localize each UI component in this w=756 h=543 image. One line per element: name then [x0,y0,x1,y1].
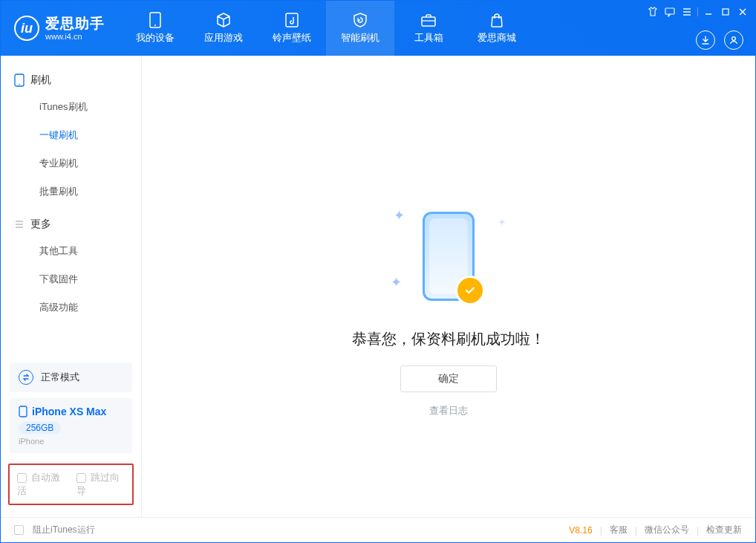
sidebar-item-itunes-flash[interactable]: iTunes刷机 [1,93,141,121]
body: 刷机 iTunes刷机 一键刷机 专业刷机 批量刷机 更多 其他工具 下载固件 … [1,56,755,517]
success-illustration: ✦ ✦ ✦ [404,204,493,308]
header: iu 爱思助手 www.i4.cn 我的设备 应用游戏 [1,1,755,56]
checkbox-auto-activate[interactable]: 自动激活 [17,471,66,498]
maximize-button[interactable] [719,5,732,19]
wechat-link[interactable]: 微信公众号 [645,524,689,536]
divider: | [697,525,699,536]
phone-icon [19,406,27,417]
logo-title: 爱思助手 [45,16,105,32]
tab-label: 工具箱 [414,31,443,45]
tab-smart-flash[interactable]: 智能刷机 [326,1,394,56]
statusbar: 阻止iTunes运行 V8.16 | 客服 | 微信公众号 | 检查更新 [1,517,755,542]
logo: iu 爱思助手 www.i4.cn [1,1,121,56]
svg-point-6 [732,37,736,41]
sidebar-item-download-firmware[interactable]: 下载固件 [1,265,141,293]
cube-icon [215,12,232,28]
view-log-link[interactable]: 查看日志 [429,404,468,417]
tab-label: 铃声壁纸 [273,31,311,45]
sidebar-group-flash: 刷机 [1,62,141,93]
tab-label: 我的设备 [136,31,175,45]
device-icon [146,12,164,28]
sidebar-group-title: 更多 [30,218,51,231]
version-label: V8.16 [569,525,592,536]
logo-icon: iu [14,16,39,41]
svg-point-1 [154,25,156,26]
tab-label: 应用游戏 [204,31,243,45]
checkbox-icon [17,473,27,483]
account-icon[interactable] [724,30,743,50]
shopping-bag-icon [488,12,506,28]
swap-icon [19,370,33,385]
download-icon[interactable] [696,30,715,50]
sidebar-bottom: 正常模式 iPhone XS Max 256GB iPhone 自动激活 跳 [1,357,141,517]
check-update-link[interactable]: 检查更新 [706,524,742,536]
svg-rect-5 [723,9,729,15]
phone-illustration [423,212,475,301]
checkbox-skip-guide[interactable]: 跳过向导 [76,471,126,498]
svg-rect-4 [665,8,674,14]
divider: | [635,525,637,536]
shirt-icon[interactable] [646,5,659,19]
sidebar-item-advanced[interactable]: 高级功能 [1,293,141,322]
window-controls [646,5,749,19]
logo-text: 爱思助手 www.i4.cn [45,16,105,41]
statusbar-right: V8.16 | 客服 | 微信公众号 | 检查更新 [569,524,742,536]
sparkle-icon: ✦ [394,207,405,224]
nav-tabs: 我的设备 应用游戏 铃声壁纸 智能刷机 [121,1,531,56]
success-message: 恭喜您，保资料刷机成功啦！ [352,329,545,349]
minimize-button[interactable] [702,5,715,19]
sidebar-item-oneclick-flash[interactable]: 一键刷机 [1,121,141,149]
shield-refresh-icon [351,12,369,28]
support-link[interactable]: 客服 [610,524,628,536]
checkbox-block-itunes[interactable]: 阻止iTunes运行 [14,524,95,536]
tab-label: 爱思商城 [478,31,516,45]
tab-toolbox[interactable]: 工具箱 [394,1,463,56]
tab-store[interactable]: 爱思商城 [463,1,531,56]
main: ✦ ✦ ✦ 恭喜您，保资料刷机成功啦！ 确定 查看日志 [142,56,755,517]
confirm-button[interactable]: 确定 [400,365,497,392]
toolbox-icon [420,12,437,28]
sidebar-group-title: 刷机 [30,74,51,87]
device-capacity: 256GB [19,422,61,434]
svg-rect-9 [19,406,27,417]
checkbox-icon [14,525,24,535]
check-badge-icon [457,278,483,303]
sidebar-item-batch-flash[interactable]: 批量刷机 [1,178,141,206]
tab-apps-games[interactable]: 应用游戏 [189,1,258,56]
divider: | [600,525,602,536]
tab-label: 智能刷机 [341,31,379,45]
menu-icon[interactable] [680,5,694,19]
close-button[interactable] [736,5,749,19]
mode-box[interactable]: 正常模式 [10,362,132,392]
sidebar: 刷机 iTunes刷机 一键刷机 专业刷机 批量刷机 更多 其他工具 下载固件 … [1,56,142,517]
svg-point-8 [19,84,20,85]
header-account-area [696,30,743,50]
device-box[interactable]: iPhone XS Max 256GB iPhone [10,398,132,453]
feedback-icon[interactable] [663,5,677,19]
device-subtype: iPhone [19,437,123,446]
sidebar-item-other-tools[interactable]: 其他工具 [1,237,141,265]
tab-ringtones-wallpapers[interactable]: 铃声壁纸 [258,1,326,56]
svg-rect-2 [286,13,298,27]
music-icon [283,12,301,28]
mode-label: 正常模式 [41,371,79,384]
logo-subtitle: www.i4.cn [45,32,105,42]
svg-rect-3 [422,17,435,26]
device-name-row: iPhone XS Max [19,406,123,417]
checkbox-icon [76,473,86,483]
phone-icon [14,74,25,87]
highlighted-options: 自动激活 跳过向导 [8,464,134,505]
divider [697,7,698,16]
app-window: iu 爱思助手 www.i4.cn 我的设备 应用游戏 [0,0,756,543]
tab-my-device[interactable]: 我的设备 [121,1,189,56]
list-icon [14,219,25,230]
sparkle-icon: ✦ [391,274,402,290]
device-name: iPhone XS Max [32,406,106,417]
sparkle-icon: ✦ [498,216,506,228]
sidebar-item-pro-flash[interactable]: 专业刷机 [1,149,141,178]
sidebar-group-more: 更多 [1,206,141,237]
